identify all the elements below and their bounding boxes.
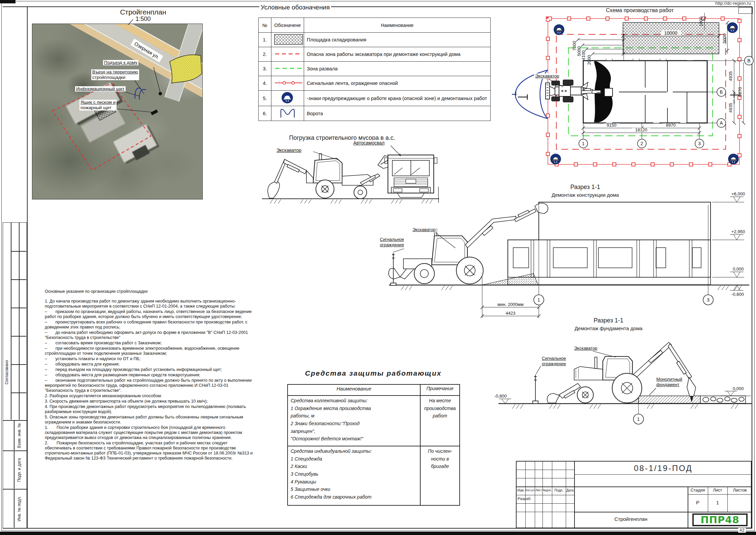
section-flag-right: 1 [733,99,735,104]
note-paragraph: 3. Скорость движения автотранспорта на о… [45,399,253,404]
protection-note-line: По числен- [423,447,457,455]
excavator-side-view [268,154,393,199]
corner-notch [0,0,15,3]
siteplan-overlay [32,24,202,199]
col-ndok: №док. [543,489,552,492]
dim-min2000: мин. 2000мм [497,302,523,307]
note-paragraph: – окончание подготовительных работ на ст… [45,378,253,393]
gate-symbol-icon [271,106,304,121]
note-paragraph: 1. После разборки здания и сортировки ст… [45,425,253,440]
drawing-sheet: http://dc-region.ru А2 Согласовано Взам.… [0,0,756,535]
dim-5000b: 5000 [722,34,727,43]
sheet-header: Лист [708,488,727,493]
elev-m0600: -0,600 [731,292,744,297]
section2-fence-label: Сигнальное ограждение [541,356,567,366]
frame-left [27,6,28,529]
storage-symbol-icon [271,33,304,47]
stage-value: Р [688,500,708,505]
loading-excavator-label: Экскаватор [275,148,302,153]
note-paragraph: 2. Пожарную безопасность на стройплощадк… [45,441,253,461]
axis-a: А [720,120,723,126]
protection-table: Наименование Примечание Средства коллект… [287,384,460,506]
note-paragraph: – установить плакаты и надписи по ОТ и П… [45,356,253,361]
note-paragraph: – проинструктировать всех рабочих о собл… [45,320,253,330]
doc-number: 08-1/19-ПОД [574,464,752,473]
note-paragraph: – приказом по организации, ведущей работ… [45,309,253,319]
sheet-value: 1 [708,500,727,505]
protection-line: 6 Спецодежда для сварочных работ [291,493,417,501]
protection-note-line: бригаде [423,463,457,470]
site-url: http://dc-region.ru [687,1,751,6]
dim-18120: 18120 [635,127,647,132]
axis-v: В [747,58,750,63]
note-paragraph: – согласовать время производства работ с… [45,341,253,346]
loading-truck-label: Автосамосвал [352,140,386,146]
excavator-side-view [547,342,696,403]
notes-title: Основные указания по организации стройпл… [45,289,253,294]
signal-fence-post [533,375,538,404]
elev-m0600: -0,600 [494,394,507,399]
section2-title1: Разрез 1-1 [575,317,642,324]
legend-row-name: Сигнальная лента, ограждение опасной [304,76,491,91]
protection-line: 2 Знаки безопасности:"Проход [291,420,417,428]
protection-row-name: Средства индивидуальной защиты: 1 Спецод… [288,446,420,505]
elev-2950: +2,950 [731,229,745,234]
fence-label-l2: ограждение [380,242,404,248]
legend-row-num: 3. [259,62,271,76]
axis-1: 1 [582,141,585,146]
note-paragraph: – оборудовать места для размещения перви… [45,373,253,378]
label-sandbox: Ящик с песком и пожарный щит [79,100,117,111]
protection-note-line: ности в [423,455,457,463]
protection-line: 1 Спецодежда [291,455,417,463]
title-block: 08-1/19-ПОД Изм. Кол.уч. Лист №док. Подп… [516,461,752,528]
bottom-bar [0,532,756,535]
protection-row-note: На месте производства работ [420,396,460,446]
label-entrance-l2: стройплощадки [92,75,138,80]
protection-title: Средства защиты работающих [287,369,459,377]
elev-6000: +6,000 [731,191,745,196]
fence-label-l1: Сигнальное [380,237,404,242]
protection-line: 4 Рукавицы [291,478,417,486]
warning-sign-icon [554,25,564,35]
dim-4423: 4423 [506,311,516,316]
axis-1: 1 [537,297,540,303]
building-elevation [508,202,711,285]
scheme-excavator-label: Экскаватор [534,73,560,79]
dim-10000: 10000 [664,30,678,36]
warning-sign-icon [551,154,561,164]
legend-row-name: Зона развала [304,62,491,76]
protection-line: 2 Каски [291,463,417,470]
protection-line: 3 Спецобувь [291,470,417,478]
legend-h-num: № [259,18,271,33]
note-paragraph: 5. Опасные зоны производства демонтажных… [45,415,253,425]
sidebar-label-inv: Инв. № подл. [17,483,22,534]
legend-row-num: 5. [259,91,271,106]
protection-h-note: Примечание [420,384,460,396]
label-driveway: Подъезд к дому [103,60,138,65]
protection-note-line: работ [423,412,457,420]
col-koluch: Кол.уч. [525,489,535,492]
label-infoboard: Информационный щит [75,86,126,92]
gate-icon [135,88,146,100]
dim-4100: 4100 [581,51,586,60]
col-list: Лист [535,489,543,492]
note-paragraph: – оборудовать места для курения; [45,362,253,367]
section1-excavator-label: Экскаватор [412,227,437,232]
stage-header: Стадия [688,488,708,493]
axis-b: Б [720,89,723,95]
section2-drawing: 0,000 -0,600 1 [492,337,754,435]
legend-h-name: Наименование [304,18,491,33]
note-paragraph: 1. До начала производства работ по демон… [45,299,253,309]
legend-table: № Обозначене Наименование 1. Площадка ск… [258,18,491,121]
legend-h-sym: Обозначене [271,18,304,33]
legend-row-name: Ворота [304,106,491,121]
label-entrance-l1: Въезд на территорию [92,69,138,75]
protection-line: работы, м [291,412,417,420]
protection-row-note: По числен- ности в бригаде [420,446,460,505]
sidebar-vzam-box [3,420,27,451]
razrab-label: Разраб. [518,497,531,501]
legend-row-num: 2. [259,47,271,62]
legend-row-num: 4. [259,76,271,91]
siteplan-title: Стройгенплан [109,8,177,16]
axis-2: 2 [640,141,643,146]
